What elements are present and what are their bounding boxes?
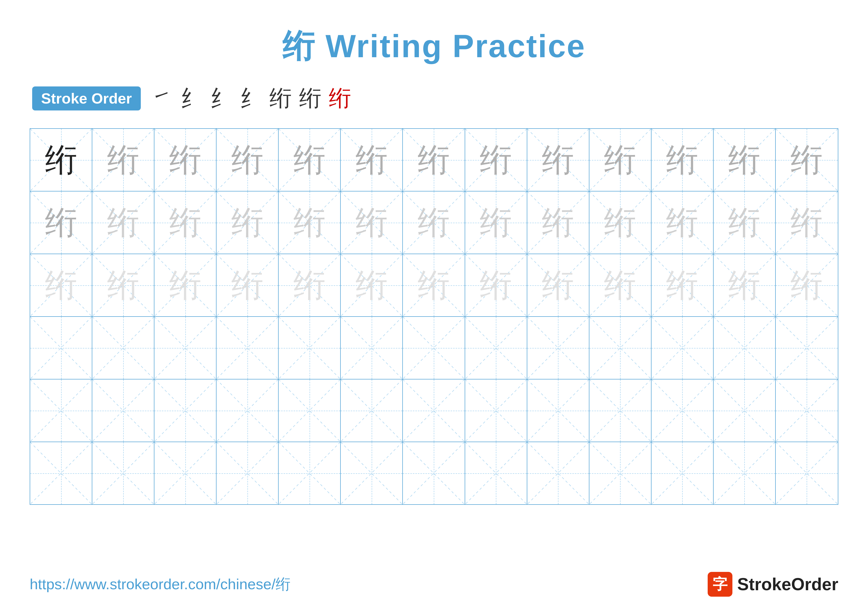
grid-cell[interactable]: 绗 (651, 129, 714, 191)
grid-cell[interactable]: 绗 (776, 254, 838, 316)
grid-cell[interactable]: 绗 (30, 191, 92, 253)
grid-cell[interactable]: 绗 (589, 191, 651, 253)
practice-char: 绗 (604, 144, 636, 176)
grid-cell[interactable]: 绗 (403, 254, 465, 316)
grid-row-2: 绗 绗 绗 绗 (30, 191, 838, 254)
grid-cell[interactable]: 绗 (217, 254, 279, 316)
grid-cell[interactable]: 绗 (279, 129, 341, 191)
grid-cell[interactable] (714, 317, 776, 379)
grid-cell[interactable] (714, 442, 776, 504)
footer: https://www.strokeorder.com/chinese/绗 字 … (30, 572, 838, 597)
grid-cell[interactable]: 绗 (92, 191, 154, 253)
grid-cell[interactable]: 绗 (279, 254, 341, 316)
grid-cell[interactable]: 绗 (30, 129, 92, 191)
grid-cell[interactable] (589, 317, 651, 379)
grid-cell[interactable]: 绗 (154, 191, 217, 253)
grid-cell[interactable] (217, 317, 279, 379)
grid-cell[interactable] (465, 442, 527, 504)
grid-cell[interactable] (341, 442, 403, 504)
grid-cell[interactable] (279, 317, 341, 379)
footer-url[interactable]: https://www.strokeorder.com/chinese/绗 (30, 574, 290, 594)
grid-cell[interactable] (279, 442, 341, 504)
practice-char: 绗 (169, 269, 202, 302)
practice-char: 绗 (728, 207, 760, 239)
practice-char: 绗 (231, 269, 264, 302)
grid-cell[interactable] (527, 379, 589, 441)
grid-cell[interactable] (403, 379, 465, 441)
grid-cell[interactable] (30, 442, 92, 504)
grid-cell[interactable]: 绗 (714, 191, 776, 253)
grid-cell[interactable]: 绗 (527, 191, 589, 253)
grid-cell[interactable] (527, 317, 589, 379)
grid-cell[interactable]: 绗 (92, 129, 154, 191)
practice-char: 绗 (293, 207, 326, 239)
grid-row-5 (30, 379, 838, 442)
grid-cell[interactable] (527, 442, 589, 504)
grid-cell[interactable]: 绗 (154, 129, 217, 191)
grid-cell[interactable]: 绗 (776, 129, 838, 191)
grid-cell[interactable]: 绗 (30, 254, 92, 316)
grid-cell[interactable] (341, 379, 403, 441)
practice-char: 绗 (231, 207, 264, 239)
grid-cell[interactable] (651, 317, 714, 379)
grid-cell[interactable] (776, 442, 838, 504)
grid-cell[interactable]: 绗 (341, 191, 403, 253)
grid-cell[interactable]: 绗 (403, 191, 465, 253)
grid-cell[interactable]: 绗 (527, 254, 589, 316)
grid-cell[interactable] (714, 379, 776, 441)
grid-cell[interactable] (589, 442, 651, 504)
practice-char: 绗 (728, 269, 760, 302)
grid-cell[interactable] (30, 317, 92, 379)
grid-cell[interactable] (92, 442, 154, 504)
grid-cell[interactable] (154, 442, 217, 504)
grid-cell[interactable]: 绗 (217, 191, 279, 253)
practice-char: 绗 (45, 144, 77, 176)
grid-cell[interactable]: 绗 (465, 254, 527, 316)
grid-cell[interactable] (154, 317, 217, 379)
grid-row-3: 绗 绗 绗 绗 (30, 254, 838, 317)
practice-char: 绗 (480, 144, 512, 176)
practice-char: 绗 (790, 207, 823, 239)
grid-cell[interactable] (217, 442, 279, 504)
grid-cell[interactable] (154, 379, 217, 441)
practice-char: 绗 (542, 269, 574, 302)
grid-cell[interactable]: 绗 (527, 129, 589, 191)
grid-cell[interactable] (651, 379, 714, 441)
grid-cell[interactable] (403, 317, 465, 379)
grid-cell[interactable] (776, 317, 838, 379)
grid-cell[interactable] (403, 442, 465, 504)
grid-cell[interactable] (465, 379, 527, 441)
grid-cell[interactable]: 绗 (589, 129, 651, 191)
stroke-chars: ㇀ 纟 纟 纟 绗 绗 绗 (151, 83, 351, 113)
grid-cell[interactable]: 绗 (341, 129, 403, 191)
grid-cell[interactable]: 绗 (217, 129, 279, 191)
footer-brand-name: StrokeOrder (737, 574, 838, 594)
practice-char: 绗 (356, 269, 388, 302)
grid-cell[interactable] (279, 379, 341, 441)
grid-cell[interactable]: 绗 (92, 254, 154, 316)
title-char: 绗 (282, 28, 315, 64)
grid-cell[interactable] (92, 317, 154, 379)
grid-cell[interactable] (651, 442, 714, 504)
grid-cell[interactable] (30, 379, 92, 441)
grid-cell[interactable]: 绗 (403, 129, 465, 191)
grid-cell[interactable]: 绗 (465, 191, 527, 253)
grid-cell[interactable] (465, 317, 527, 379)
grid-cell[interactable]: 绗 (279, 191, 341, 253)
grid-cell[interactable]: 绗 (341, 254, 403, 316)
grid-cell[interactable]: 绗 (776, 191, 838, 253)
grid-cell[interactable] (776, 379, 838, 441)
grid-cell[interactable]: 绗 (714, 254, 776, 316)
grid-cell[interactable]: 绗 (714, 129, 776, 191)
practice-char: 绗 (418, 144, 450, 176)
grid-cell[interactable]: 绗 (651, 191, 714, 253)
grid-cell[interactable] (92, 379, 154, 441)
grid-cell[interactable] (589, 379, 651, 441)
grid-cell[interactable]: 绗 (651, 254, 714, 316)
practice-char: 绗 (107, 207, 139, 239)
grid-cell[interactable]: 绗 (589, 254, 651, 316)
grid-cell[interactable] (217, 379, 279, 441)
grid-cell[interactable] (341, 317, 403, 379)
grid-cell[interactable]: 绗 (465, 129, 527, 191)
grid-cell[interactable]: 绗 (154, 254, 217, 316)
